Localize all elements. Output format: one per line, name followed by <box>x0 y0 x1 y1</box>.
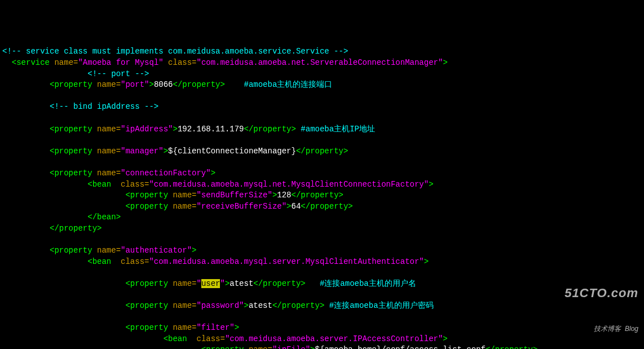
tag-close: > <box>173 125 177 134</box>
tag-bean-close: </bean> <box>87 213 121 222</box>
tag-close: > <box>424 257 429 266</box>
tag-property-close: </property> <box>253 279 305 288</box>
tag-close: > <box>192 246 196 255</box>
cf-class: "com.meidusa.amoeba.mysql.net.MysqlClien… <box>149 180 429 189</box>
auth-class: "com.meidusa.amoeba.mysql.server.MysqlCl… <box>149 257 424 266</box>
pw-value: atest <box>249 301 272 310</box>
cf-name: "connectionFactory" <box>121 169 211 178</box>
service-name-value: "Amoeba for Mysql" <box>78 58 163 67</box>
tag-property: <property <box>50 80 97 89</box>
service-class-value: "com.meidusa.amoeba.net.ServerableConnec… <box>197 58 443 67</box>
comment-bind: <!-- bind ipAddress --> <box>50 102 158 111</box>
tag-close: > <box>149 80 153 89</box>
tag-property: <property <box>50 147 97 156</box>
port-value: 8066 <box>154 80 173 89</box>
watermark-main: 51CTO.com <box>564 285 638 302</box>
watermark: 51CTO.com 技术博客 Blog <box>564 262 638 344</box>
tag-bean: <bean <box>87 257 116 266</box>
tag-property: <property <box>50 169 97 178</box>
port-name: "port" <box>121 80 149 89</box>
attr-name: name= <box>173 191 196 200</box>
comment-user: #连接amoeba主机的用户名 <box>320 279 416 288</box>
highlighted-user: user <box>201 279 220 288</box>
watermark-sub: 技术博客 Blog <box>564 324 638 334</box>
ipfile-name: "ipFile" <box>272 345 310 349</box>
tag-close: > <box>310 345 315 349</box>
tag-bean: <bean <box>164 334 192 343</box>
rbs-name: "receiveBufferSize" <box>196 202 286 211</box>
comment-pw: #连接amoeba主机的用户密码 <box>329 301 434 310</box>
attr-class: class= <box>116 257 149 266</box>
user-value: atest <box>230 279 253 288</box>
tag-service-open: <service <box>12 58 55 67</box>
tag-close: > <box>443 58 447 67</box>
tag-property-close: </property> <box>292 191 343 200</box>
user-q2: " <box>220 279 224 288</box>
tag-property: <property <box>125 191 173 200</box>
pw-name: "password" <box>196 301 244 310</box>
comment: <!-- service class must implements com.m… <box>2 47 348 56</box>
attr-class: class= <box>192 334 225 343</box>
attr-name: name= <box>173 323 196 332</box>
ipfile-value: ${amoeba.home}/conf/access_list.conf <box>315 345 486 349</box>
ip-name: "ipAddress" <box>121 125 173 134</box>
tag-property-close: </property> <box>244 125 296 134</box>
attr-name: name= <box>173 279 196 288</box>
comment-port: <!-- port --> <box>87 69 149 78</box>
attr-name: name= <box>249 345 272 349</box>
tag-property: <property <box>50 246 97 255</box>
attr-name: name= <box>97 147 121 156</box>
attr-name: name= <box>97 246 121 255</box>
sbs-value: 128 <box>277 191 291 200</box>
comment-port-desc: #amoeba主机的连接端口 <box>244 80 333 89</box>
tag-property-close: </property> <box>272 301 324 310</box>
sbs-name: "sendBufferSize" <box>196 191 272 200</box>
auth-name: "authenticator" <box>121 246 192 255</box>
tag-close: > <box>286 202 291 211</box>
filter-name: "filter" <box>196 323 234 332</box>
tag-property-close: </property> <box>296 147 348 156</box>
tag-property: <property <box>125 301 173 310</box>
tag-close: > <box>244 301 248 310</box>
attr-name: name= <box>97 169 121 178</box>
code-block: <!-- service class must implements com.m… <box>2 46 642 349</box>
tag-close: > <box>443 334 447 343</box>
mgr-value: ${clientConnectioneManager} <box>168 147 296 156</box>
tag-property: <property <box>125 323 173 332</box>
tag-close: > <box>211 169 215 178</box>
tag-close: > <box>429 180 433 189</box>
attr-class: class= <box>164 58 197 67</box>
tag-property: <property <box>201 345 249 349</box>
attr-name: name= <box>97 80 121 89</box>
tag-property-close: </property> <box>486 345 537 349</box>
tag-close: > <box>235 323 239 332</box>
ip-value: 192.168.11.179 <box>178 125 244 134</box>
attr-name: name= <box>173 202 196 211</box>
tag-property-close: </property> <box>173 80 224 89</box>
tag-property: <property <box>125 202 173 211</box>
tag-property: <property <box>125 279 173 288</box>
attr-class: class= <box>116 180 149 189</box>
ipac-class: "com.meidusa.amoeba.server.IPAccessContr… <box>225 334 443 343</box>
attr-name: name= <box>173 301 196 310</box>
tag-property-close: </property> <box>50 224 102 233</box>
rbs-value: 64 <box>292 202 301 211</box>
mgr-name: "manager" <box>121 147 164 156</box>
comment-ip-desc: #amoeba主机IP地址 <box>301 125 375 134</box>
tag-property: <property <box>50 125 97 134</box>
attr-name: name= <box>97 125 121 134</box>
tag-bean: <bean <box>87 180 116 189</box>
tag-close: > <box>164 147 168 156</box>
user-q1: " <box>196 279 201 288</box>
tag-property-close: </property> <box>301 202 352 211</box>
attr-name: name= <box>54 58 78 67</box>
